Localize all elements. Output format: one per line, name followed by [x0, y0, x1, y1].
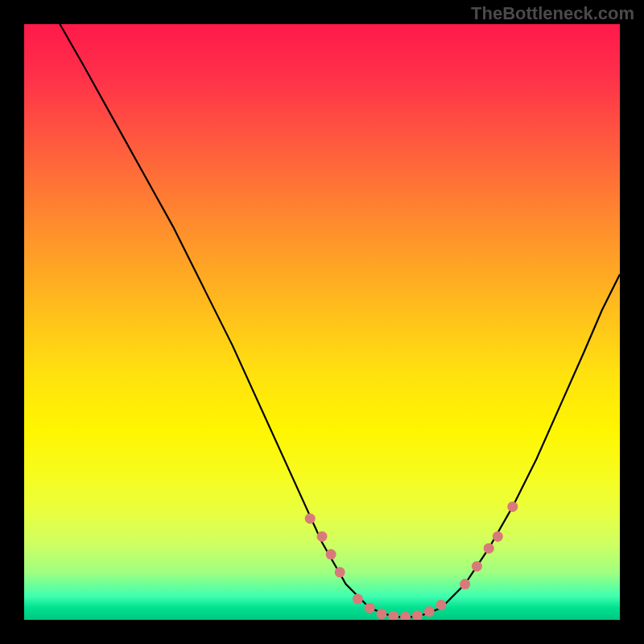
watermark-text: TheBottleneck.com — [471, 3, 634, 24]
data-marker — [507, 502, 518, 512]
data-marker — [493, 531, 503, 542]
data-marker — [484, 543, 494, 554]
data-marker — [377, 609, 387, 619]
data-marker — [305, 514, 316, 524]
data-marker — [436, 600, 447, 610]
plot-area — [24, 24, 620, 620]
data-marker — [335, 567, 345, 577]
data-marker — [388, 611, 398, 620]
data-marker — [424, 606, 435, 617]
data-marker — [353, 594, 363, 605]
data-marker — [472, 561, 482, 572]
curve-svg — [24, 24, 620, 620]
bottleneck-curve — [60, 24, 620, 617]
data-marker — [400, 612, 411, 620]
data-marker — [365, 603, 375, 613]
data-marker — [326, 549, 336, 559]
data-marker — [412, 610, 423, 620]
data-marker — [317, 531, 328, 542]
marker-group — [305, 502, 518, 620]
data-marker — [460, 579, 470, 589]
